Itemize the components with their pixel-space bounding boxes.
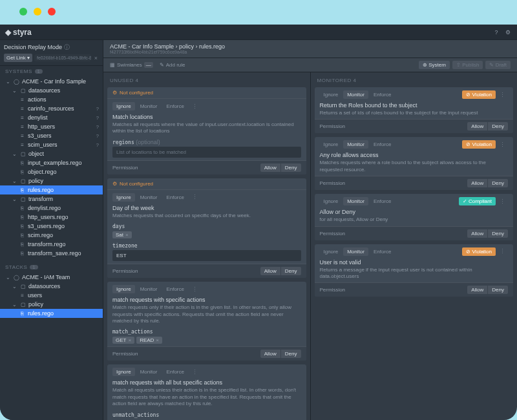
tree-node[interactable]: ≡scim_users? <box>0 140 103 149</box>
help-icon[interactable]: ? <box>492 28 500 36</box>
tree-node[interactable]: ⌄▢policy <box>0 300 103 309</box>
tree-node[interactable]: ≡denylist? <box>0 113 103 122</box>
kebab-icon[interactable]: ⋮ <box>189 194 200 200</box>
ignore-mode[interactable]: Ignore <box>112 193 135 202</box>
close-icon[interactable]: × <box>128 337 131 343</box>
field-label: unmatch_actions <box>112 412 159 418</box>
tree-node[interactable]: ⎘scim.rego <box>0 231 103 240</box>
enforce-mode[interactable]: Enforce <box>370 140 396 149</box>
get-link-button[interactable]: Get Link ▾ <box>4 54 32 62</box>
monitor-mode[interactable]: Monitor <box>343 247 368 256</box>
system-button[interactable]: ⊕ System <box>419 61 450 69</box>
monitor-mode[interactable]: Monitor <box>136 102 162 110</box>
tree-node[interactable]: ⌄◯ACME - Car Info Sample <box>0 77 103 86</box>
deny-button[interactable]: Deny <box>488 286 508 294</box>
enforce-mode[interactable]: Enforce <box>162 193 188 202</box>
link-hash[interactable]: fe0268bf-b105-4949-8bfc-8c7f5c7a8823 <box>34 54 91 61</box>
monitor-mode[interactable]: Monitor <box>136 285 162 293</box>
tree-node[interactable]: ⌄▢datasources <box>0 86 103 95</box>
permission-label: Permission <box>112 351 138 357</box>
deny-button[interactable]: Deny <box>488 229 508 238</box>
close-icon[interactable]: × <box>93 55 99 61</box>
kebab-icon[interactable]: ⋮ <box>497 92 508 98</box>
deny-button[interactable]: Deny <box>488 179 508 187</box>
tree-node[interactable]: ⎘rules.rego <box>0 309 103 318</box>
tree-node[interactable]: ⎘transform_save.rego <box>0 249 103 258</box>
enforce-mode[interactable]: Enforce <box>370 90 396 99</box>
tree-node[interactable]: ⌄◯ACME - IAM Team <box>0 273 103 282</box>
chip[interactable]: GET × <box>112 337 134 344</box>
rule-title: Day of the week <box>107 204 306 213</box>
enforce-mode[interactable]: Enforce <box>370 247 396 256</box>
allow-button[interactable]: Allow <box>467 179 488 187</box>
allow-button[interactable]: Allow <box>260 163 281 172</box>
monitor-mode[interactable]: Monitor <box>136 193 162 202</box>
ignore-mode[interactable]: Ignore <box>320 140 343 149</box>
tree-node[interactable]: ⎘object.rego <box>0 167 103 176</box>
publish-button[interactable]: ⇪ Publish <box>452 61 483 69</box>
chip[interactable]: Sat × <box>112 231 132 238</box>
ignore-mode[interactable]: Ignore <box>320 247 343 256</box>
add-rule-button[interactable]: ✎ Add rule <box>160 62 185 68</box>
rule-title: Any role allows access <box>315 151 514 160</box>
deny-button[interactable]: Deny <box>281 163 301 172</box>
deny-button[interactable]: Deny <box>281 350 301 358</box>
enforce-mode[interactable]: Enforce <box>162 102 188 110</box>
deny-button[interactable]: Deny <box>488 122 508 131</box>
field-label: regions <box>112 140 134 145</box>
tree-node[interactable]: ⎘http_users.rego <box>0 213 103 222</box>
monitor-mode[interactable]: Monitor <box>343 90 368 99</box>
kebab-icon[interactable]: ⋮ <box>189 369 200 375</box>
allow-button[interactable]: Allow <box>260 350 281 358</box>
ignore-mode[interactable]: Ignore <box>320 197 343 205</box>
monitor-mode[interactable]: Monitor <box>343 197 368 205</box>
tree-node[interactable]: ≡actions <box>0 95 103 104</box>
tree-node[interactable]: ⎘s3_users.rego <box>0 222 103 231</box>
close-icon[interactable]: × <box>156 337 159 343</box>
rule-description: Matches all requests where the value of … <box>107 121 306 138</box>
tree-node[interactable]: ⌄▢object <box>0 149 103 158</box>
enforce-mode[interactable]: Enforce <box>370 197 396 205</box>
ignore-mode[interactable]: Ignore <box>112 285 135 293</box>
field-input[interactable]: List of locations to be matched <box>112 147 301 158</box>
tree-node[interactable]: ⎘rules.rego <box>0 185 103 194</box>
ignore-mode[interactable]: Ignore <box>112 102 135 110</box>
ignore-mode[interactable]: Ignore <box>320 90 343 99</box>
tree-node[interactable]: ≡carinfo_resources? <box>0 104 103 113</box>
compliant-badge: ✓ Compliant <box>459 197 496 205</box>
tree-node[interactable]: ⌄▢transform <box>0 194 103 204</box>
deny-button[interactable]: Deny <box>281 267 301 275</box>
tree-node[interactable]: ⎘transform.rego <box>0 240 103 249</box>
rule-card: IgnoreMonitorEnforce⊘ Violation⋮User is … <box>315 244 514 297</box>
tree-node[interactable]: ≡s3_users? <box>0 131 103 140</box>
allow-button[interactable]: Allow <box>467 286 488 294</box>
tree-node[interactable]: ⌄▢datasources <box>0 282 103 291</box>
tree-node[interactable]: ⎘input_examples.rego <box>0 158 103 167</box>
monitor-mode[interactable]: Monitor <box>343 140 368 149</box>
monitor-mode[interactable]: Monitor <box>136 368 162 376</box>
tree-node[interactable]: ⌄▢policy <box>0 176 103 185</box>
help-icon[interactable]: ⓘ <box>64 44 70 50</box>
kebab-icon[interactable]: ⋮ <box>497 142 508 148</box>
draft-button[interactable]: ✎ Draft <box>485 61 511 69</box>
gear-icon[interactable]: ⚙ <box>504 28 512 36</box>
not-configured-header: ⚙ Not configured <box>107 178 306 190</box>
allow-button[interactable]: Allow <box>467 229 488 238</box>
tree-node[interactable]: ⎘denylist.rego <box>0 204 103 213</box>
close-icon[interactable]: × <box>125 232 129 238</box>
kebab-icon[interactable]: ⋮ <box>189 103 200 110</box>
kebab-icon[interactable]: ⋮ <box>497 248 508 255</box>
field-input[interactable]: EST <box>112 250 301 261</box>
kebab-icon[interactable]: ⋮ <box>189 286 200 293</box>
tree-node[interactable]: ≡http_users? <box>0 122 103 131</box>
kebab-icon[interactable]: ⋮ <box>497 198 508 205</box>
enforce-mode[interactable]: Enforce <box>162 368 188 376</box>
rule-title: match requests with all but specific act… <box>107 378 306 387</box>
chip[interactable]: READ × <box>136 337 162 344</box>
allow-button[interactable]: Allow <box>467 122 488 131</box>
ignore-mode[interactable]: Ignore <box>112 368 135 376</box>
tree-node[interactable]: ≡users <box>0 291 103 300</box>
swimlanes-toggle[interactable]: ▦ Swimlanes — <box>110 62 153 68</box>
enforce-mode[interactable]: Enforce <box>162 285 188 293</box>
allow-button[interactable]: Allow <box>260 267 281 275</box>
